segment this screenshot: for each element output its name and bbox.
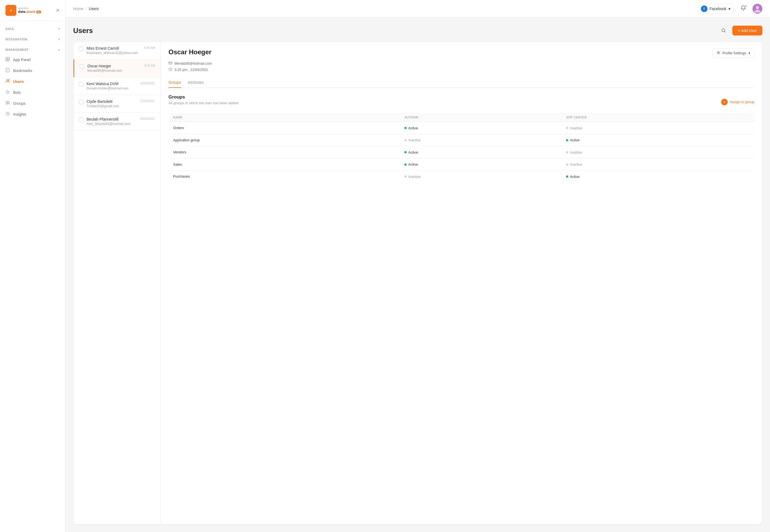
svg-rect-19 [169,62,172,64]
breadcrumb-home[interactable]: Home [73,7,83,11]
add-user-button[interactable]: + Add User [732,26,762,35]
assign-group-button[interactable]: + Assign to group [721,99,754,105]
table-row[interactable]: Vendors Active Inactive [169,146,754,159]
user-list-item[interactable]: Clyde Bartoletti Tristian23@gmail.com 12… [73,95,160,113]
status-dot [404,163,407,166]
nav-section-management: MANAGEMENT ▴ App Panel Bookmarks Users [0,45,65,120]
user-checkbox[interactable] [79,47,83,51]
user-time: 5:25 AM [144,46,155,49]
groups-section-title: Groups [168,94,238,100]
user-checkbox[interactable] [79,100,83,104]
nav-section-header-management[interactable]: MANAGEMENT ▴ [0,45,65,54]
svg-rect-2 [6,57,7,59]
nav-section-data: DATA ▾ [0,24,65,34]
user-checkbox[interactable] [79,118,83,122]
nav-section-header-data[interactable]: DATA ▾ [0,24,65,34]
sidebar-item-groups[interactable]: Groups [0,98,65,109]
avatar[interactable] [753,4,762,14]
profile-settings-label: Profile Settings [723,51,746,55]
sidebar-nav: DATA ▾ INTEGRATION ▾ MANAGEMENT ▴ App Pa… [0,21,65,532]
header: Home / Users f Facebook ▾ [65,0,770,17]
groups-table-body: Orders Active Inactive Appication group … [169,122,754,183]
author-status: Active [404,126,418,130]
sidebar-item-insights[interactable]: Insights [0,109,65,120]
status-dot [566,139,568,141]
table-row[interactable]: Orders Active Inactive [169,122,754,134]
sidebar-item-bookmarks-label: Bookmarks [13,68,32,73]
user-email: Donato.Kohler@hotmail.com [86,86,137,90]
user-list-item[interactable]: Miss Ernest Carroll Keyshawn_Wehner22@ya… [73,42,160,59]
table-row[interactable]: Sales Active Inactive [169,158,754,171]
user-email-value: Merald36@hotmail.com [174,61,212,65]
tab-attributes[interactable]: Attributes [187,77,204,88]
author-status: Active [404,150,418,154]
notification-dot [745,5,747,7]
user-checkbox[interactable] [80,64,84,69]
search-button[interactable] [718,25,729,36]
breadcrumb-current: Users [89,7,99,11]
groups-table: NAME AUTHOR APP CENTER Orders Active Ina… [168,113,754,183]
chevron-up-icon: ▴ [58,48,60,52]
notification-button[interactable] [738,4,748,14]
author-status: Inactive [404,175,420,179]
svg-point-7 [7,79,8,81]
groups-section: Groups All groups in which the user has … [168,94,754,183]
bots-icon [5,90,10,95]
group-name: Sales [169,158,400,171]
svg-rect-6 [6,68,9,72]
user-checkbox[interactable] [79,82,83,86]
detail-tabs: Groups Attributes [168,77,754,88]
user-detail-name: Oscar Hoeger [168,48,211,56]
svg-point-12 [6,101,8,103]
header-right: f Facebook ▾ [697,4,762,14]
user-time: 06/03/2021 [140,117,155,120]
svg-rect-3 [8,57,10,59]
sidebar-item-bots-label: Bots [13,90,21,95]
svg-point-16 [756,6,759,9]
breadcrumb-separator: / [85,7,86,11]
group-name: Orders [169,122,400,134]
status-dot [566,151,568,153]
user-datetime-value: 3.25 pm , 12/03/2021 [174,68,208,72]
author-status: Active [404,162,418,166]
col-author: AUTHOR [400,113,562,122]
sidebar-item-bots[interactable]: Bots [0,87,65,98]
col-name: NAME [169,113,400,122]
svg-rect-5 [8,59,10,61]
platform-selector[interactable]: f Facebook ▾ [697,4,734,14]
content-area: Users + Add User Miss Ernest Carroll Key… [65,17,770,532]
status-dot [404,151,407,153]
plus-icon: + [721,99,728,105]
assign-group-label: Assign to group [730,100,754,104]
status-dot [566,127,568,129]
user-list-item[interactable]: Oscar Hoeger Merald36@hotmail.com 3:25 A… [73,59,160,77]
nav-section-header-integration[interactable]: INTEGRATION ▾ [0,35,65,44]
groups-header-row: Groups All groups in which the user has … [168,94,754,109]
user-name: Miss Ernest Carroll [86,46,141,50]
col-app-center: APP CENTER [562,113,754,122]
insights-icon [5,112,10,117]
status-dot [404,127,407,129]
tab-groups[interactable]: Groups [168,77,181,88]
svg-rect-9 [6,91,9,93]
sidebar-item-app-panel[interactable]: App Panel [0,54,65,65]
app-panel-icon [5,57,10,62]
user-name: Clyde Bartoletti [86,99,137,104]
profile-settings-button[interactable]: Profile Settings ▾ [712,48,754,58]
groups-table-header: NAME AUTHOR APP CENTER [169,113,754,122]
status-dot [566,163,568,166]
sidebar-item-bookmarks[interactable]: Bookmarks [0,65,65,76]
table-row[interactable]: Appication group Inactive Active [169,134,754,146]
logo-text: data.stack au [18,10,41,14]
sidebar-item-users[interactable]: Users [0,76,65,87]
user-list-item[interactable]: Kent Watsica DVM Donato.Kohler@hotmail.c… [73,77,160,95]
user-name: Oscar Hoeger [87,64,141,68]
status-dot [566,175,568,178]
user-email: Alec_Stracke63@hotmail.com [86,122,137,126]
groups-section-desc: All groups in which the user has been ad… [168,101,238,105]
user-list-item[interactable]: Beulah Pfannerstill Alec_Stracke63@hotma… [73,113,160,130]
close-button[interactable]: ✕ [56,8,60,13]
logo: d appveen data.stack au [5,5,41,16]
table-row[interactable]: Purchases Inactive Active [169,171,754,183]
platform-chevron: ▾ [729,7,730,11]
